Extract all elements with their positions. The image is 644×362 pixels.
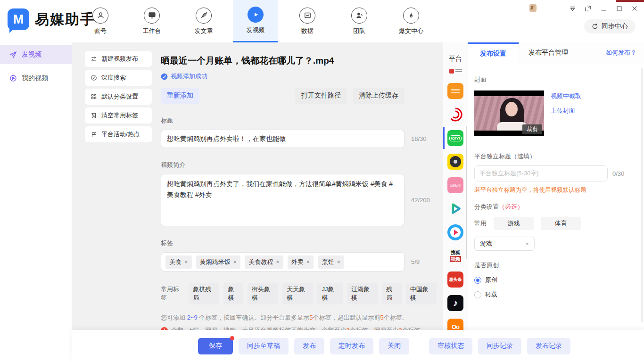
default-category-settings-button[interactable]: 默认分类设置 — [85, 89, 152, 105]
collapse-icon[interactable] — [568, 4, 577, 13]
haokan-icon — [447, 224, 463, 240]
tray-plugin-icon[interactable] — [529, 4, 537, 12]
independent-title-counter: 0/30 — [612, 170, 624, 177]
sync-log-button[interactable]: 同步记录 — [478, 338, 521, 354]
tag-slash-icon — [91, 112, 97, 119]
remove-tag-icon[interactable]: × — [337, 258, 340, 265]
nav-item-team[interactable]: 团队 — [337, 0, 382, 42]
rail-scrollbar[interactable] — [466, 126, 467, 259]
video-filename: 晒最近一个月账单，钱都花在哪儿了？.mp4 — [161, 55, 437, 67]
common-tag[interactable]: 天天象棋 — [282, 283, 313, 304]
clear-common-tags-button[interactable]: 清空常用标签 — [85, 107, 152, 123]
nav-item-workbench[interactable]: 工作台 — [129, 0, 174, 42]
radio-original[interactable]: 原创 — [474, 276, 637, 284]
sidebar-item-my-videos[interactable]: 我的视频 — [0, 69, 72, 88]
deep-search-button[interactable]: 深度搜索 — [85, 70, 152, 86]
platform-activity-button[interactable]: 平台活动/热点 — [85, 126, 152, 142]
bilibili-icon: bilibili — [447, 177, 463, 193]
remove-tag-icon[interactable]: × — [276, 258, 280, 265]
common-tag[interactable]: 残局 — [382, 283, 402, 304]
new-video-publish-button[interactable]: 新建视频发布 — [85, 51, 152, 67]
common-tag[interactable]: 街头象棋 — [248, 283, 278, 304]
radio-repost[interactable]: 转载 — [474, 290, 637, 299]
audit-status-button[interactable]: 审核状态 — [429, 338, 472, 354]
publish-button[interactable]: 发布 — [294, 338, 324, 354]
close-button[interactable]: 关闭 — [379, 338, 409, 354]
category-sports-button[interactable]: 体育 — [541, 217, 581, 230]
sync-center-button[interactable]: 同步中心 — [584, 19, 636, 33]
tag-chip: 美食教程× — [245, 255, 283, 269]
platform-haokan-video[interactable] — [443, 221, 468, 244]
category-game-button[interactable]: 游戏 — [494, 217, 534, 230]
schedule-publish-button[interactable]: 定时发布 — [330, 338, 373, 354]
upload-cover-link[interactable]: 上传封面 — [551, 107, 581, 115]
tab-platform-management[interactable]: 发布平台管理 — [519, 42, 578, 63]
capture-from-video-link[interactable]: 视频中截取 — [551, 92, 581, 100]
platform-qutoutiao[interactable] — [443, 79, 468, 103]
publish-log-button[interactable]: 发布记录 — [527, 338, 570, 354]
user-icon — [92, 8, 108, 24]
common-tag[interactable]: JJ象棋 — [317, 283, 342, 304]
tags-input[interactable]: 美食× 黄焖鸡米饭× 美食教程× 外卖× 烹饪× — [161, 252, 405, 272]
remove-tag-icon[interactable]: × — [233, 258, 237, 265]
open-file-path-button[interactable]: 打开文件路径 — [295, 88, 347, 104]
independent-title-hint: 若平台独立标题为空，将使用视频默认标题 — [474, 186, 637, 194]
common-tag[interactable]: 江湖象棋 — [347, 283, 378, 304]
remove-tag-icon[interactable]: × — [306, 258, 310, 265]
platform-record-app[interactable] — [443, 150, 468, 173]
close-icon[interactable] — [630, 4, 639, 13]
monitor-icon — [144, 8, 160, 24]
flag-icon — [91, 131, 97, 138]
maximize-icon[interactable] — [614, 4, 624, 13]
play-circle-icon — [9, 74, 17, 82]
check-circle-icon — [161, 73, 168, 80]
platform-tencent-video[interactable] — [443, 197, 468, 221]
independent-title-input[interactable]: 平台独立标题(5-30字) — [474, 165, 608, 181]
tag-chip: 美食× — [165, 255, 192, 269]
description-textarea[interactable]: 想吃黄焖鸡别再点外卖了，我们在家也能做，方法很简单#黄焖鸡米饭 #美食 #美食教… — [161, 174, 405, 226]
remove-tag-icon[interactable]: × — [184, 258, 188, 265]
platform-ifeng[interactable] — [443, 103, 468, 126]
common-tag[interactable]: 象棋 — [223, 283, 243, 304]
nav-item-hot-center[interactable]: 爆文中心 — [388, 0, 434, 42]
nav-item-publish-video[interactable]: 发视频 — [233, 0, 278, 42]
platform-huitoutiao[interactable]: 惠头条 — [443, 268, 468, 291]
paper-plane-icon — [9, 51, 17, 58]
save-button[interactable]: 保存 — [198, 338, 233, 354]
sidebar-item-publish-video[interactable]: 发视频 — [0, 45, 72, 64]
cover-thumbnail[interactable]: 裁剪 — [474, 90, 544, 136]
tags-warning: ! 企鹅，b站，网易，搜狗，大风平台视频标签不能为空，企鹅至少2个标签，网易至少… — [161, 326, 437, 330]
tag-chip: 黄焖鸡米饭× — [196, 255, 241, 269]
nav-item-account[interactable]: 账号 — [78, 0, 123, 42]
sync-to-draft-button[interactable]: 同步至草稿 — [239, 338, 289, 354]
common-tag[interactable]: 象棋残局 — [189, 283, 219, 304]
common-tag[interactable]: 中国象棋 — [406, 283, 437, 304]
crop-badge[interactable]: 裁剪 — [522, 124, 542, 134]
how-to-publish-link[interactable]: 如何发布？ — [606, 49, 644, 57]
platform-rail-header: 平台 — [443, 55, 468, 63]
platform-kuaishou[interactable]: Oo — [443, 315, 468, 330]
platform-douyin[interactable]: ♪ — [443, 291, 468, 315]
video-form: 晒最近一个月账单，钱都花在哪儿了？.mp4 视频添加成功 重新添加 打开文件路径… — [161, 42, 437, 330]
publish-panel: 发布设置 发布平台管理 如何发布？ 封面 裁剪 视频中截取 上传封面 平台独立标… — [468, 42, 644, 330]
category-label: 分类设置（必选） — [474, 203, 637, 211]
platform-rail: 平台 iQIYI bilibili 搜狐 视频 惠头条 ♪ — [443, 42, 468, 330]
clear-upload-cache-button[interactable]: 清除上传缓存 — [353, 88, 405, 104]
nav-item-data[interactable]: 数据 — [285, 0, 330, 42]
platform-iqiyi[interactable]: iQIYI — [443, 126, 468, 150]
platform-bilibili[interactable]: bilibili — [443, 173, 468, 197]
nav-item-publish-article[interactable]: 发文章 — [181, 0, 226, 42]
file-buttons-row: 重新添加 打开文件路径 清除上传缓存 — [161, 88, 405, 104]
readd-video-button[interactable]: 重新添加 — [161, 88, 199, 104]
category-dropdown[interactable]: 游戏 — [474, 237, 535, 251]
platform-mini-logo[interactable] — [443, 63, 468, 79]
popout-icon[interactable] — [583, 4, 593, 13]
publish-panel-scrollbar[interactable] — [641, 68, 643, 322]
title-input[interactable]: 想吃黄焖鸡别再点外卖啦！，在家也能做 — [161, 130, 405, 148]
minimize-icon[interactable] — [599, 4, 608, 13]
tab-publish-settings[interactable]: 发布设置 — [468, 42, 519, 63]
common-categories-label: 常用 — [474, 219, 487, 228]
platform-sohu-video[interactable]: 搜狐 视频 — [443, 244, 468, 268]
cover-label: 封面 — [474, 75, 637, 84]
chevron-down-icon — [525, 243, 529, 245]
